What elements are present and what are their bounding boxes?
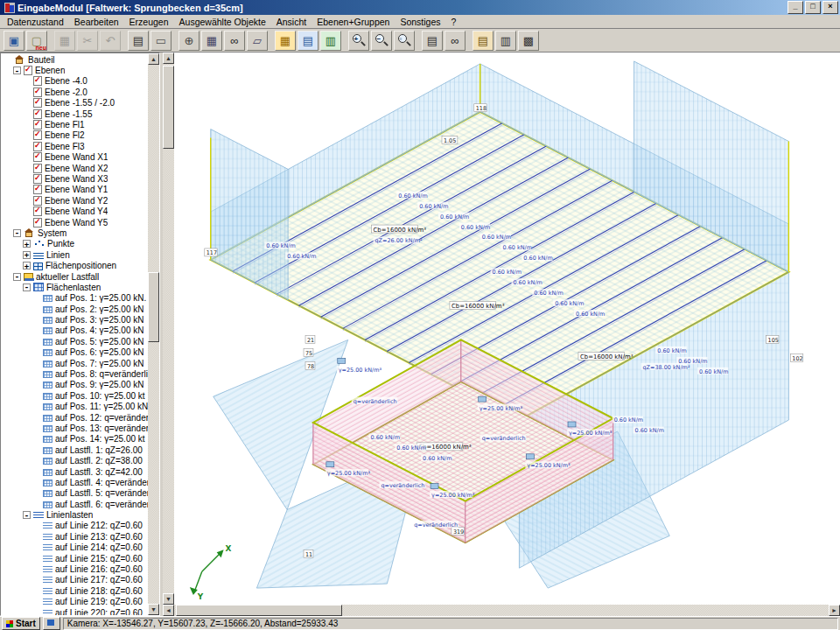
- zoom-out-icon[interactable]: −: [371, 31, 392, 51]
- tree-item[interactable]: Ebene Wand Y2: [1, 195, 148, 206]
- tree-item[interactable]: auf Linie 213: qZ=0.60: [1, 531, 148, 542]
- tree-item[interactable]: Ebene Fl1: [1, 119, 148, 130]
- tree-item[interactable]: auf Lastfl. 1: qZ=26.00: [1, 444, 148, 455]
- tree-item[interactable]: auf Pos. 9: γ=25.00 kN: [1, 380, 148, 390]
- menu-erzeugen[interactable]: Erzeugen: [124, 16, 174, 28]
- print-preview-icon[interactable]: ▤: [422, 31, 443, 51]
- tree-item[interactable]: Ebene -1.55: [1, 108, 148, 119]
- scroll-right-icon[interactable]: ►: [829, 605, 840, 616]
- maximize-button[interactable]: □: [805, 1, 821, 14]
- tree-item[interactable]: Ebene Fl2: [1, 130, 148, 141]
- menu-ebenen-gruppen[interactable]: Ebenen+Gruppen: [312, 16, 395, 28]
- tree-item[interactable]: +Flächenpositionen: [1, 260, 148, 270]
- tree-item[interactable]: auf Lastfl. 4: q=veränder: [1, 477, 148, 487]
- undo-icon[interactable]: ↶: [100, 31, 121, 51]
- taskbar-app-icon[interactable]: [43, 617, 60, 630]
- tree-item[interactable]: -aktueller Lastfall: [1, 271, 148, 282]
- tree-item[interactable]: auf Pos. 5: γ=25.00 kN: [1, 336, 148, 346]
- copy-drawing-icon[interactable]: ▣: [4, 31, 24, 51]
- ruler-icon[interactable]: ▭: [150, 31, 172, 51]
- expand-icon[interactable]: +: [23, 251, 31, 259]
- tree-item[interactable]: auf Pos. 13: q=veränder: [1, 423, 148, 433]
- new-icon[interactable]: ▢neu: [26, 31, 47, 51]
- save-icon[interactable]: ▦: [54, 31, 75, 51]
- tree-item[interactable]: Ebene -4.0: [1, 76, 148, 87]
- tree-item[interactable]: Ebene Wand Y1: [1, 185, 148, 195]
- collapse-icon[interactable]: -: [23, 511, 31, 519]
- tree-item[interactable]: Bauteil: [1, 54, 148, 65]
- tree-item[interactable]: Ebene Wand X3: [1, 173, 148, 184]
- calculator-icon[interactable]: ▦: [201, 31, 222, 51]
- tree-item[interactable]: auf Pos. 14: γ=25.00 kt: [1, 434, 148, 444]
- expand-icon[interactable]: +: [23, 240, 31, 248]
- menu-sonstiges[interactable]: Sonstiges: [395, 16, 445, 28]
- tree-item[interactable]: auf Lastfl. 3: qZ=42.00: [1, 466, 148, 477]
- tree-item[interactable]: auf Pos. 8: q=veränderli: [1, 368, 148, 379]
- viewport-vscrollbar[interactable]: ▲ ▼: [163, 52, 174, 605]
- tree-item[interactable]: auf Pos. 1: γ=25.00 kN.: [1, 293, 148, 304]
- glasses-icon[interactable]: ∞: [224, 31, 245, 51]
- report-icon[interactable]: ▥: [320, 31, 341, 51]
- car-icon[interactable]: ▱: [247, 31, 268, 51]
- tree-item[interactable]: Ebene Fl3: [1, 141, 148, 151]
- tree-item[interactable]: Ebene Wand Y5: [1, 217, 148, 228]
- tree-item[interactable]: auf Linie 218: qZ=0.60: [1, 585, 148, 596]
- tree-item[interactable]: auf Linie 220: qZ=0.60: [1, 607, 148, 615]
- tree-item[interactable]: -Ebenen: [1, 65, 148, 75]
- start-button[interactable]: Start: [2, 617, 40, 630]
- menu-ansicht[interactable]: Ansicht: [271, 16, 312, 28]
- tree-item[interactable]: auf Pos. 10: γ=25.00 kt: [1, 390, 148, 401]
- cut-icon[interactable]: ✂: [77, 31, 98, 51]
- tree-item[interactable]: -Linienlasten: [1, 509, 148, 520]
- scroll-up-icon[interactable]: ▲: [148, 53, 159, 65]
- tree-item[interactable]: +Punkte: [1, 239, 148, 249]
- scroll-down-icon[interactable]: ▼: [148, 604, 159, 615]
- menu--[interactable]: ?: [446, 16, 462, 28]
- visibility-icon[interactable]: ∞: [444, 31, 466, 51]
- app-icon[interactable]: [4, 3, 15, 13]
- plan-icon[interactable]: ▤: [298, 31, 318, 51]
- tree-item[interactable]: Ebene -2.0: [1, 87, 148, 97]
- tree-item[interactable]: auf Pos. 11: γ=25.00 kN: [1, 402, 148, 412]
- viewport-hscrollbar[interactable]: ◄ ►: [163, 605, 840, 616]
- tree-item[interactable]: auf Lastfl. 5: q=veränder: [1, 488, 148, 499]
- viewport-hscroll-track[interactable]: [174, 605, 829, 616]
- stats-icon[interactable]: ▥: [495, 31, 516, 51]
- collapse-icon[interactable]: -: [13, 229, 21, 237]
- tree-item[interactable]: auf Lastfl. 2: qZ=38.00: [1, 455, 148, 466]
- minimize-button[interactable]: _: [788, 1, 803, 14]
- tree-item[interactable]: auf Lastfl. 6: q=veränder: [1, 499, 148, 509]
- menu-datenzustand[interactable]: Datenzustand: [2, 16, 69, 28]
- building-icon[interactable]: ▦: [275, 31, 296, 51]
- tree-item[interactable]: +Linien: [1, 249, 148, 260]
- viewport-hscroll-thumb[interactable]: [176, 605, 342, 616]
- compass-icon[interactable]: ⊕: [178, 31, 200, 51]
- tree-item[interactable]: auf Linie 216: qZ=0.60: [1, 564, 148, 574]
- tree-item[interactable]: auf Pos. 12: q=veränder: [1, 412, 148, 423]
- tree-item[interactable]: auf Linie 212: qZ=0.60: [1, 521, 148, 531]
- tree-item[interactable]: Ebene Wand Y4: [1, 206, 148, 216]
- levels-icon[interactable]: ▤: [472, 31, 494, 51]
- menu-bearbeiten[interactable]: Bearbeiten: [69, 16, 124, 28]
- tree-item[interactable]: auf Pos. 7: γ=25.00 kN: [1, 358, 148, 368]
- tree-item[interactable]: -System: [1, 228, 148, 238]
- tree-item[interactable]: auf Pos. 4: γ=25.00 kN: [1, 326, 148, 336]
- tree-item[interactable]: Ebene Wand X2: [1, 163, 148, 173]
- tree-item[interactable]: Ebene -1.55 / -2.0: [1, 98, 148, 108]
- viewport-canvas[interactable]: 1181.0511710510221757831911Cb=16000 kN/m…: [174, 52, 840, 605]
- zoom-window-icon[interactable]: ▫: [394, 31, 415, 51]
- tree-scroll-thumb[interactable]: [148, 272, 159, 342]
- scroll-left-icon[interactable]: ◄: [163, 605, 174, 616]
- close-button[interactable]: ×: [822, 1, 838, 14]
- collapse-icon[interactable]: -: [13, 66, 21, 74]
- menu-ausgew-hlte-objekte[interactable]: Ausgewählte Objekte: [174, 16, 271, 28]
- tree-item[interactable]: auf Linie 217: qZ=0.60: [1, 575, 148, 585]
- zoom-in-icon[interactable]: +: [348, 31, 369, 51]
- tree-item[interactable]: Ebene Wand X1: [1, 152, 148, 163]
- viewport-vscroll-thumb[interactable]: [163, 66, 174, 149]
- print-icon[interactable]: ▤: [128, 31, 149, 51]
- tree-scrollbar[interactable]: ▲ ▼: [148, 53, 159, 615]
- pattern-icon[interactable]: ▩: [518, 31, 539, 51]
- collapse-icon[interactable]: -: [23, 284, 31, 291]
- scroll-down-icon[interactable]: ▼: [163, 593, 174, 605]
